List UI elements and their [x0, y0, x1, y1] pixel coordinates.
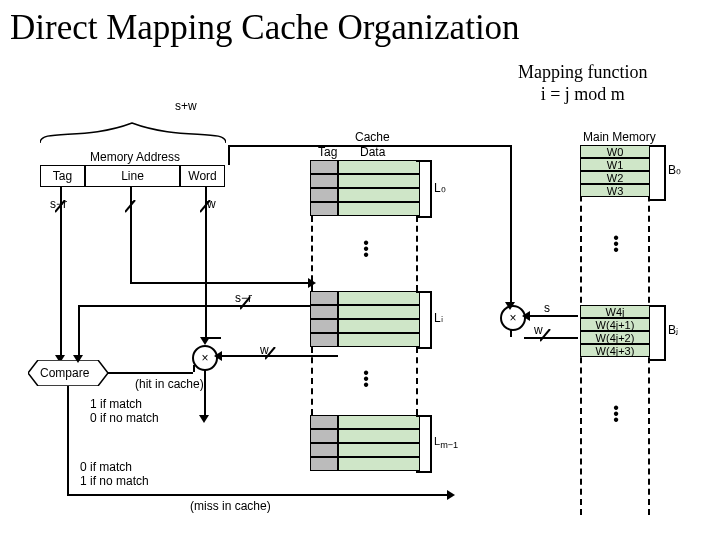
mem-row: W1	[580, 158, 650, 171]
memory-title: Main Memory	[583, 130, 656, 144]
hit-label: (hit in cache)	[135, 377, 204, 391]
memory-block-0: W0 W1 W2 W3	[580, 145, 650, 197]
connector	[130, 282, 310, 284]
mem-row: W(4j+3)	[580, 344, 650, 357]
address-line-field: Line	[85, 165, 180, 187]
connector	[60, 187, 62, 359]
mem-row: W(4j+1)	[580, 318, 650, 331]
match1: 1 if match	[90, 397, 142, 411]
arrow-down-icon	[199, 415, 209, 423]
connector	[228, 145, 230, 165]
cache-tag-header: Tag	[318, 145, 337, 159]
address-word-field: Word	[180, 165, 225, 187]
arrow-down-icon	[73, 355, 83, 363]
connector	[524, 337, 578, 339]
subtitle-line2: i = j mod m	[541, 84, 625, 104]
cache-line-label-mid: Lᵢ	[434, 311, 443, 325]
mem-w-label: w	[534, 323, 543, 337]
dots-icon: •••	[360, 370, 372, 388]
slash-icon	[265, 347, 281, 363]
arrow-right-icon	[447, 490, 455, 500]
cache-line-last	[310, 415, 420, 471]
memory-address-header: Memory Address	[90, 150, 180, 164]
connector	[510, 329, 512, 337]
brace-icon	[420, 415, 432, 473]
slash-icon	[240, 297, 256, 313]
mem-row: W2	[580, 171, 650, 184]
svg-line-4	[240, 297, 250, 309]
connector	[228, 145, 512, 147]
slash-icon	[125, 200, 141, 216]
memory-block-j: W4j W(4j+1) W(4j+2) W(4j+3)	[580, 305, 650, 357]
arrow-left-icon	[214, 351, 222, 361]
dots-icon: •••	[610, 235, 622, 253]
cache-gap	[311, 347, 313, 415]
connector	[204, 369, 206, 415]
mult-icon: ×	[201, 352, 208, 364]
cache-line-mid	[310, 291, 420, 347]
svg-line-5	[265, 347, 275, 359]
nomatch1: 1 if no match	[80, 474, 149, 488]
cache-line-label-first: L₀	[434, 181, 446, 195]
cache-line-first	[310, 160, 420, 216]
memory-block0-label: B₀	[668, 163, 681, 177]
connector	[205, 187, 207, 337]
hit-match-note: 1 if match 0 if no match	[90, 397, 159, 426]
address-total-width-label: s+w	[175, 99, 197, 113]
cache-data-header: Data	[360, 145, 385, 159]
arrow-left-icon	[522, 311, 530, 321]
dots-icon: •••	[610, 405, 622, 423]
dots-icon: •••	[360, 240, 372, 258]
mem-row: W4j	[580, 305, 650, 318]
compare-label: Compare	[40, 366, 89, 380]
connector	[78, 305, 80, 360]
cache-gap	[311, 216, 313, 291]
subtitle: Mapping function i = j mod m	[518, 62, 647, 105]
brace-icon	[420, 160, 432, 218]
memory-blockj-label: Bⱼ	[668, 323, 678, 337]
brace-icon	[654, 305, 666, 361]
miss-label: (miss in cache)	[190, 499, 271, 513]
connector	[67, 386, 69, 496]
cache-gap	[416, 347, 418, 415]
cache-gap	[416, 216, 418, 291]
mem-row: W(4j+2)	[580, 331, 650, 344]
connector	[193, 365, 195, 372]
address-field-group: TagLineWord	[40, 165, 225, 187]
connector	[108, 372, 193, 374]
subtitle-line1: Mapping function	[518, 62, 647, 82]
brace-icon	[420, 291, 432, 349]
brace-icon	[654, 145, 666, 201]
miss-note: 0 if match 1 if no match	[80, 460, 149, 489]
connector	[524, 315, 578, 317]
connector	[130, 187, 132, 282]
diagram: s+w Memory Address TagLineWord s−r r w C…	[10, 105, 710, 525]
connector	[67, 494, 447, 496]
address-tag-field: Tag	[40, 165, 85, 187]
mem-s-label: s	[544, 301, 550, 315]
slash-icon	[55, 200, 71, 216]
match0: 0 if no match	[90, 411, 159, 425]
cache-title: Cache	[355, 130, 390, 144]
mult-icon: ×	[509, 312, 516, 324]
connector	[510, 145, 512, 305]
cache-line-label-last: Lm−1	[434, 435, 458, 450]
slash-icon	[200, 200, 216, 216]
nomatch0: 0 if match	[80, 460, 132, 474]
brace-top	[40, 113, 226, 147]
arrow-down-icon	[505, 302, 515, 310]
arrow-down-icon	[200, 337, 210, 345]
mem-row: W0	[580, 145, 650, 158]
page-title: Direct Mapping Cache Organization	[10, 8, 520, 48]
mem-row: W3	[580, 184, 650, 197]
connector	[78, 305, 310, 307]
